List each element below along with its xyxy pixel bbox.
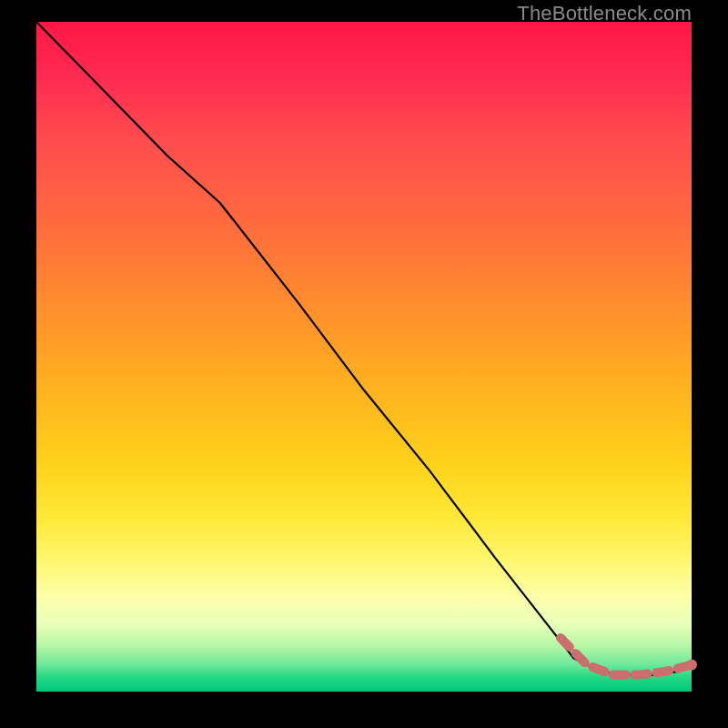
plot-area xyxy=(36,22,692,692)
highlight-endpoint xyxy=(686,660,697,671)
chart-stage: TheBottleneck.com xyxy=(0,0,728,728)
main-curve xyxy=(36,22,692,675)
highlight-segment xyxy=(561,638,692,675)
chart-svg xyxy=(36,22,692,692)
